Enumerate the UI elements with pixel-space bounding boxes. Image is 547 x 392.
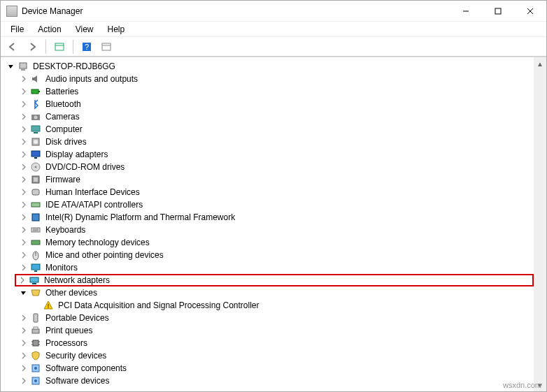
tree-item-label: Disk drives [44,137,88,147]
category-dvd[interactable]: DVD/CD-ROM drives [16,161,534,173]
expand-arrow-icon[interactable] [19,150,29,159]
pc-icon [17,61,29,72]
category-portable[interactable]: Portable Devices [16,312,534,324]
category-cpu[interactable]: Processors [16,337,534,349]
category-computer[interactable]: Computer [16,123,534,136]
tree-item-label: DESKTOP-RDJB6GG [31,61,117,71]
category-mouse[interactable]: Mice and other pointing devices [16,249,534,261]
tree-item-label: Audio inputs and outputs [44,74,139,84]
category-printer[interactable]: Print queues [16,324,534,337]
menu-file[interactable]: File [5,23,29,36]
category-monitor[interactable]: Monitors [16,261,534,274]
svg-point-23 [35,166,37,168]
tree-item-label: Computer [44,124,84,134]
tree-item-label: Processors [44,338,89,348]
menu-action[interactable]: Action [32,23,66,36]
expand-arrow-icon[interactable] [19,124,29,134]
svg-rect-32 [31,240,40,245]
expand-arrow-icon[interactable] [19,363,29,373]
expand-arrow-icon[interactable] [19,99,29,109]
menu-help[interactable]: Help [102,23,131,36]
menu-view[interactable]: View [70,23,99,36]
maximize-button[interactable] [482,1,514,22]
category-ide[interactable]: IDE ATA/ATAPI controllers [16,198,534,211]
category-memory[interactable]: Memory technology devices [16,236,534,249]
printer-icon [30,325,41,336]
expand-arrow-icon[interactable] [19,162,29,172]
cpu-icon [30,337,41,349]
svg-rect-41 [32,329,39,333]
device-item[interactable]: !PCI Data Acquisition and Signal Process… [29,299,534,312]
expand-arrow-icon[interactable] [19,326,29,335]
back-button[interactable] [5,39,20,55]
category-hid[interactable]: Human Interface Devices [16,186,534,198]
expand-arrow-icon[interactable] [19,338,29,348]
tree-item-label: Human Interface Devices [44,187,141,197]
help-button[interactable]: ? [79,39,94,55]
toolbar-separator [45,40,46,54]
tree-root[interactable]: DESKTOP-RDJB6GG [3,60,534,73]
category-software[interactable]: Software components [16,362,534,375]
dvd-icon [30,161,41,173]
vertical-scrollbar[interactable]: ▲ ▼ [534,57,546,391]
memory-icon [30,237,41,248]
expand-arrow-icon[interactable] [17,275,27,285]
category-keyboard[interactable]: Keyboards [16,224,534,236]
expand-arrow-icon[interactable] [19,74,29,84]
expand-arrow-icon[interactable] [19,200,29,210]
window-title: Device Manager [22,6,450,16]
forward-button[interactable] [24,39,40,55]
expand-arrow-icon[interactable] [19,112,29,122]
app-icon [6,6,17,17]
svg-text:!: ! [48,303,50,310]
category-bluetooth[interactable]: Bluetooth [16,98,534,110]
device-tree[interactable]: DESKTOP-RDJB6GGAudio inputs and outputsB… [1,57,534,391]
category-camera[interactable]: Cameras [16,110,534,123]
category-security[interactable]: Security devices [16,349,534,362]
warning-icon: ! [43,300,54,311]
category-other[interactable]: Other devices [16,286,534,299]
expand-arrow-icon[interactable] [19,175,29,184]
tree-item-label: Memory technology devices [44,238,151,247]
firmware-icon [30,174,41,185]
titlebar: Device Manager [1,1,546,22]
show-hide-tree-button[interactable] [52,39,67,55]
tree-item-label: Portable Devices [44,313,111,323]
expand-arrow-icon[interactable] [19,250,29,260]
security-icon [30,350,41,361]
expand-arrow-icon[interactable] [19,225,29,235]
collapse-arrow-icon[interactable] [19,288,29,298]
category-software[interactable]: Software devices [16,375,534,387]
minimize-button[interactable] [450,1,482,22]
category-network[interactable]: Network adapters [15,274,534,286]
category-battery[interactable]: Batteries [16,85,534,98]
expand-arrow-icon[interactable] [19,351,29,361]
expand-arrow-icon[interactable] [19,376,29,386]
category-display[interactable]: Display adapters [16,148,534,161]
tree-item-label: Cameras [44,112,81,122]
software-icon [30,363,41,374]
category-audio[interactable]: Audio inputs and outputs [16,73,534,85]
tree-item-label: IDE ATA/ATAPI controllers [44,200,144,210]
mouse-icon [30,249,41,261]
tree-item-label: Software devices [44,376,111,386]
scroll-up-arrow[interactable]: ▲ [534,57,546,70]
category-firmware[interactable]: Firmware [16,173,534,186]
collapse-arrow-icon[interactable] [6,61,16,71]
tree-item-label: Display adapters [44,150,109,159]
scan-hardware-button[interactable] [99,39,114,55]
svg-rect-21 [34,157,37,159]
category-disk[interactable]: Disk drives [16,136,534,148]
expand-arrow-icon[interactable] [19,238,29,247]
expand-arrow-icon[interactable] [19,263,29,273]
close-button[interactable] [514,1,546,22]
expand-arrow-icon[interactable] [19,187,29,197]
svg-rect-1 [495,8,501,14]
expand-arrow-icon[interactable] [19,137,29,147]
expand-arrow-icon[interactable] [19,212,29,222]
svg-rect-11 [21,69,25,71]
category-intel[interactable]: Intel(R) Dynamic Platform and Thermal Fr… [16,211,534,224]
svg-rect-29 [31,228,40,232]
expand-arrow-icon[interactable] [19,87,29,96]
expand-arrow-icon[interactable] [19,313,29,323]
